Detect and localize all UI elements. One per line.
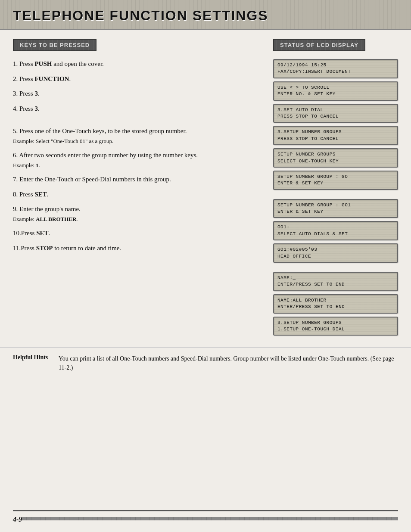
lcd-display-8: GO1: SELECT AUTO DIALS & SET: [273, 221, 398, 240]
step-4-bold: 3: [34, 105, 38, 112]
lcd-display-12: 3.SETUP NUMBER GROUPS 1.SETUP ONE-TOUCH …: [273, 317, 398, 336]
lcd-9-line-1: GO1:#02#05*03_: [277, 246, 394, 253]
step-7: 7. Enter the One-Touch or Speed-Dial num…: [13, 174, 265, 184]
lcd-display-6: SETUP NUMBER GROUP : GO ENTER & SET KEY: [273, 171, 398, 190]
lcd-2-line-2: ENTER NO. & SET KEY: [277, 91, 394, 97]
lcd-spacer-1: [273, 193, 398, 199]
lcd-12-line-2: 1.SETUP ONE-TOUCH DIAL: [277, 326, 394, 333]
lcd-display-5: SETUP NUMBER GROUPS SELECT ONE-TOUCH KEY: [273, 148, 398, 168]
right-column: STATUS OF LCD DISPLAY 09/12/1994 15:25 F…: [273, 39, 398, 339]
lcd-9-line-2: HEAD OFFICE: [277, 253, 394, 260]
lcd-3-line-2: PRESS STOP TO CANCEL: [277, 113, 394, 120]
lcd-display-7: SETUP NUMBER GROUP : GO1 ENTER & SET KEY: [273, 199, 398, 218]
step-3-bold: 3: [34, 90, 38, 97]
lcd-3-line-1: 3.SET AUTO DIAL: [277, 107, 394, 113]
lcd-4-line-1: 3.SETUP NUMBER GROUPS: [277, 129, 394, 135]
step-8: 8. Press SET.: [13, 190, 265, 199]
lcd-8-line-2: SELECT AUTO DIALS & SET: [277, 231, 394, 237]
step-5-example: Example: Select "One-Touch 01" as a grou…: [13, 137, 265, 146]
lcd-10-line-1: NAME:_: [277, 275, 394, 281]
step-11: 11.Press STOP to return to date and time…: [13, 243, 265, 253]
step-2: 2. Press FUNCTION.: [13, 74, 265, 84]
step-5: 5. Press one of the One-Touch keys, to b…: [13, 126, 265, 145]
lcd-5-line-2: SELECT ONE-TOUCH KEY: [277, 158, 394, 165]
lcd-display-11: NAME:ALL BROTHER ENTER/PRESS SET TO END: [273, 294, 398, 314]
lcd-8-line-1: GO1:: [277, 224, 394, 230]
hints-text: You can print a list of all One-Touch nu…: [59, 354, 398, 372]
hints-section: Helpful Hints You can print a list of al…: [0, 347, 411, 381]
page: TELEPHONE FUNCTION SETTINGS KEYS TO BE P…: [0, 0, 411, 532]
hints-content: Helpful Hints You can print a list of al…: [13, 354, 398, 372]
lcd-6-line-1: SETUP NUMBER GROUP : GO: [277, 174, 394, 180]
lcd-12-line-1: 3.SETUP NUMBER GROUPS: [277, 320, 394, 326]
lcd-11-line-2: ENTER/PRESS SET TO END: [277, 304, 394, 310]
lcd-display-9: GO1:#02#05*03_ HEAD OFFICE: [273, 243, 398, 263]
page-number: 4-9: [13, 516, 22, 523]
lcd-spacer-2: [273, 266, 398, 272]
lcd-6-line-2: ENTER & SET KEY: [277, 180, 394, 187]
step-6-example: Example: 1.: [13, 161, 265, 170]
keys-section-header: KEYS TO BE PRESSED: [13, 39, 97, 51]
steps-list: 1. Press PUSH and open the cover. 2. Pre…: [13, 59, 265, 253]
hints-label: Helpful Hints: [13, 354, 52, 372]
step-1-bold: PUSH: [34, 60, 52, 67]
lcd-4-line-2: PRESS STOP TO CANCEL: [277, 136, 394, 142]
page-title: TELEPHONE FUNCTION SETTINGS: [13, 8, 398, 24]
step-3: 3. Press 3.: [13, 89, 265, 99]
step-6: 6. After two seconds enter the group num…: [13, 150, 265, 169]
lcd-11-line-1: NAME:ALL BROTHER: [277, 297, 394, 304]
step-10-bold: SET: [36, 230, 48, 236]
lcd-1-line-1: 09/12/1994 15:25: [277, 62, 394, 68]
lcd-section-header: STATUS OF LCD DISPLAY: [273, 39, 365, 51]
lcd-display-1: 09/12/1994 15:25 FAX/COPY:INSERT DOCUMEN…: [273, 59, 398, 78]
footer-bar: [22, 517, 398, 520]
lcd-7-line-2: ENTER & SET KEY: [277, 208, 394, 215]
lcd-display-2: USE < > TO SCROLL ENTER NO. & SET KEY: [273, 81, 398, 101]
lcd-display-3: 3.SET AUTO DIAL PRESS STOP TO CANCEL: [273, 104, 398, 123]
step-11-bold: STOP: [36, 245, 53, 252]
step-9-example: Example: ALL BROTHER.: [13, 215, 265, 224]
lcd-5-line-1: SETUP NUMBER GROUPS: [277, 151, 394, 158]
left-column: KEYS TO BE PRESSED 1. Press PUSH and ope…: [13, 39, 265, 339]
step-4: 4. Press 3.: [13, 104, 265, 114]
step-9: 9. Enter the group's name. Example: ALL …: [13, 204, 265, 223]
lcd-display-10: NAME:_ ENTER/PRESS SET TO END: [273, 272, 398, 291]
lcd-10-line-2: ENTER/PRESS SET TO END: [277, 281, 394, 288]
main-content: KEYS TO BE PRESSED 1. Press PUSH and ope…: [0, 30, 411, 347]
lcd-1-line-2: FAX/COPY:INSERT DOCUMENT: [277, 68, 394, 75]
step-10: 10.Press SET.: [13, 228, 265, 238]
step-8-bold: SET: [34, 191, 47, 198]
lcd-2-line-1: USE < > TO SCROLL: [277, 84, 394, 91]
lcd-7-line-1: SETUP NUMBER GROUP : GO1: [277, 202, 394, 208]
page-header: TELEPHONE FUNCTION SETTINGS: [0, 0, 411, 30]
lcd-display-4: 3.SETUP NUMBER GROUPS PRESS STOP TO CANC…: [273, 126, 398, 145]
page-footer: 4-9: [13, 510, 398, 523]
step-2-bold: FUNCTION: [34, 75, 69, 82]
step-1: 1. Press PUSH and open the cover.: [13, 59, 265, 69]
